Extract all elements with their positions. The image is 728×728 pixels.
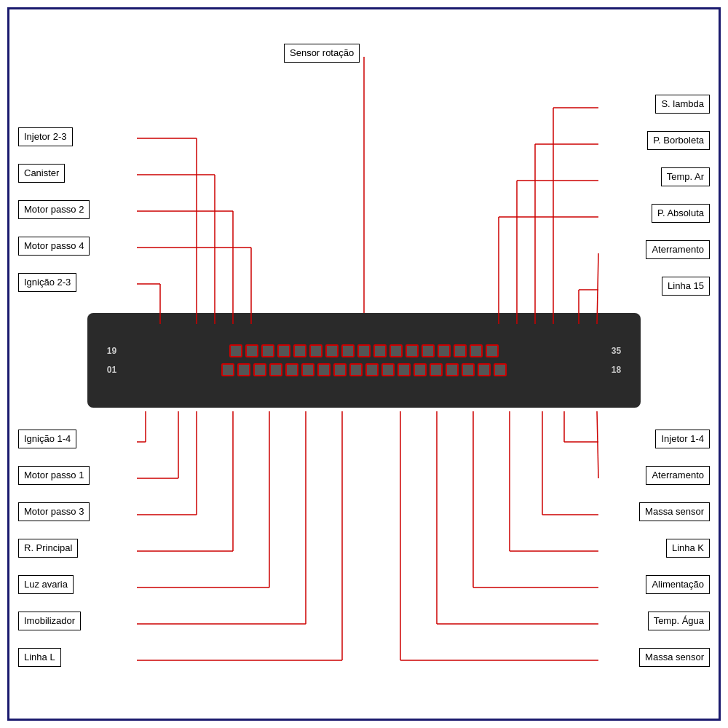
p-borboleta-label: P. Borboleta: [647, 131, 710, 150]
pin: [317, 363, 331, 376]
motor-passo-1-label: Motor passo 1: [18, 466, 90, 485]
pin: [293, 344, 306, 357]
injetor-2-3-label: Injetor 2-3: [18, 127, 73, 146]
pin: [365, 363, 379, 376]
imobilizador-label: Imobilizador: [18, 612, 81, 630]
pin-19-label: 19: [107, 346, 124, 356]
s-lambda-label: S. lambda: [655, 95, 710, 114]
motor-passo-3-label: Motor passo 3: [18, 502, 90, 521]
pin: [261, 344, 274, 357]
linha-15-label: Linha 15: [662, 277, 710, 296]
sensor-rotacao-label: Sensor rotação: [284, 44, 360, 63]
temp-agua-label: Temp. Água: [648, 612, 710, 630]
pin: [414, 363, 427, 376]
linha-k-label: Linha K: [666, 539, 710, 558]
alimentacao-label: Alimentação: [646, 575, 710, 594]
pin: [245, 344, 258, 357]
pin: [389, 344, 403, 357]
temp-ar-label: Temp. Ar: [661, 167, 710, 186]
pin: [277, 344, 290, 357]
pin: [486, 344, 499, 357]
pin: [438, 344, 451, 357]
pin: [381, 363, 395, 376]
motor-passo-4-label: Motor passo 4: [18, 237, 90, 256]
pin: [349, 363, 363, 376]
pin: [405, 344, 419, 357]
pin: [221, 363, 234, 376]
injetor-1-4-label: Injetor 1-4: [655, 430, 710, 448]
ignicao-1-4-label: Ignição 1-4: [18, 430, 76, 448]
pin: [397, 363, 411, 376]
aterramento-bot-label: Aterramento: [646, 466, 710, 485]
pin-35-label: 35: [604, 346, 621, 356]
pin: [333, 363, 347, 376]
canister-label: Canister: [18, 164, 65, 183]
pin: [357, 344, 371, 357]
pin: [446, 363, 459, 376]
pin: [478, 363, 491, 376]
pin: [462, 363, 475, 376]
pin: [325, 344, 339, 357]
ignicao-2-3-label: Ignição 2-3: [18, 273, 76, 292]
connector: 19 35 01: [87, 313, 641, 408]
top-pin-row: [124, 344, 604, 357]
p-absoluta-label: P. Absoluta: [652, 204, 710, 223]
pin: [253, 363, 266, 376]
pin-01-label: 01: [107, 365, 124, 375]
bottom-pin-row: [124, 363, 604, 376]
pin: [229, 344, 242, 357]
luz-avaria-label: Luz avaria: [18, 575, 74, 594]
r-principal-label: R. Principal: [18, 539, 78, 558]
pin: [269, 363, 282, 376]
pin: [494, 363, 507, 376]
pin: [285, 363, 298, 376]
pin: [470, 344, 483, 357]
pin: [237, 363, 250, 376]
aterramento-top-label: Aterramento: [646, 240, 710, 259]
pin: [430, 363, 443, 376]
pin: [341, 344, 355, 357]
pin: [373, 344, 387, 357]
pin: [301, 363, 314, 376]
massa-sensor-2-label: Massa sensor: [639, 648, 710, 667]
pin: [422, 344, 435, 357]
linha-l-label: Linha L: [18, 648, 61, 667]
pin: [454, 344, 467, 357]
massa-sensor-1-label: Massa sensor: [639, 502, 710, 521]
pin: [309, 344, 323, 357]
motor-passo-2-label: Motor passo 2: [18, 200, 90, 219]
pin-18-label: 18: [604, 365, 621, 375]
